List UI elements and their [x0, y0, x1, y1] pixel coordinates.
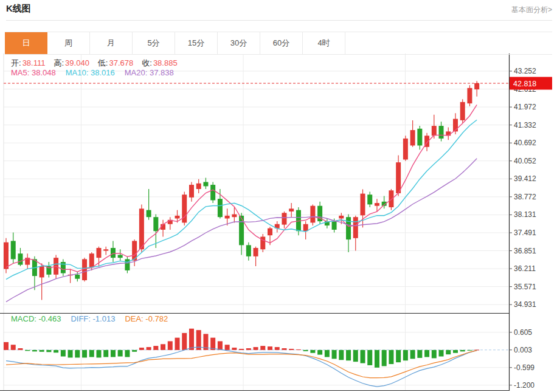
axis-tick-label: 36.851	[514, 247, 536, 255]
candle-body	[4, 242, 9, 269]
tab-30min[interactable]: 30分	[218, 32, 260, 54]
axis-tick-label: 41.972	[514, 103, 536, 111]
close-value: 38.885	[153, 58, 178, 67]
candle-body	[282, 213, 286, 224]
macd-bar	[61, 350, 66, 357]
low-label: 低:	[98, 58, 108, 67]
macd-bar	[353, 350, 358, 362]
macd-bar	[182, 333, 187, 350]
macd-bar	[111, 350, 116, 357]
candle-body	[389, 190, 393, 207]
macd-bar	[361, 350, 365, 363]
axis-tick-label: -0.599	[514, 363, 535, 372]
axis-tick-label: 0.003	[514, 346, 532, 354]
candle-body	[96, 248, 101, 258]
candle-body	[303, 224, 308, 232]
candle-body	[432, 126, 437, 136]
axis-tick-label: 38.131	[514, 210, 536, 219]
tab-4hour[interactable]: 4时	[303, 32, 345, 54]
macd-bar	[118, 350, 123, 357]
macd-bar	[439, 350, 444, 357]
macd-bar	[332, 350, 337, 359]
macd-readout: MACD: -0.463DIFF: -1.013DEA: -0.782	[11, 314, 178, 323]
tab-5min[interactable]: 5分	[133, 32, 175, 54]
candle-body	[339, 216, 344, 219]
macd-bar	[325, 350, 330, 357]
macd-bar	[139, 348, 144, 350]
header-divider	[6, 20, 552, 21]
tab-60min[interactable]: 60分	[260, 32, 303, 54]
macd-bar	[467, 350, 472, 351]
candle-body	[467, 88, 472, 103]
macd-bar	[446, 350, 451, 354]
macd-bar	[89, 350, 94, 357]
macd-bar	[303, 350, 308, 351]
macd-bar	[282, 348, 286, 350]
candle-body	[196, 184, 201, 189]
macd-bar	[389, 350, 393, 364]
macd-bar	[189, 329, 194, 350]
macd-bar	[125, 350, 130, 357]
macd-bar	[310, 350, 315, 353]
price-badge-value: 42.818	[513, 80, 536, 88]
axis-tick-label: 40.052	[514, 157, 536, 165]
macd-bar	[161, 344, 165, 350]
tab-15min[interactable]: 15分	[175, 32, 218, 54]
candle-body	[103, 249, 108, 250]
macd-bar	[54, 350, 58, 352]
ma-readout: MA5: 38.048MA10: 38.016MA20: 37.838	[11, 68, 184, 77]
kline-panel: 43.25242.61241.97241.33240.69240.05239.4…	[0, 0, 557, 392]
macd-bar	[239, 349, 244, 350]
page-title: K线图	[6, 3, 31, 15]
open-label: 开:	[11, 58, 21, 67]
candle-body	[232, 215, 237, 218]
macd-bar	[153, 346, 158, 350]
candle-body	[254, 248, 258, 256]
diff-value: DIFF: -1.013	[71, 314, 115, 323]
candle-body	[11, 241, 16, 259]
axis-tick-label: 43.252	[514, 67, 536, 75]
candle-body	[246, 245, 251, 256]
candle-body	[210, 185, 215, 200]
fundamental-analysis-link[interactable]: 基本面分析>	[511, 5, 552, 15]
candle-body	[367, 194, 372, 204]
axis-tick-label: 38.772	[514, 193, 536, 201]
ohlc-readout: 开:38.111高:39.040低:37.678收:38.885	[11, 58, 186, 69]
axis-tick-label: 34.931	[514, 300, 536, 309]
tab-month[interactable]: 月	[90, 32, 133, 54]
macd-bar	[375, 350, 379, 368]
macd-bar	[4, 342, 9, 350]
candle-body	[153, 217, 158, 231]
macd-bar	[132, 350, 137, 352]
macd-bar	[82, 350, 87, 358]
macd-bar	[424, 350, 429, 357]
macd-bar	[75, 350, 80, 358]
tab-week[interactable]: 周	[47, 32, 90, 54]
macd-bar	[382, 350, 387, 366]
macd-bar	[410, 350, 415, 359]
tab-day[interactable]: 日	[5, 32, 47, 54]
candle-body	[75, 275, 80, 279]
macd-bar	[460, 350, 465, 351]
macd-bar	[275, 347, 280, 350]
low-value: 37.678	[109, 58, 133, 67]
macd-bar	[417, 350, 422, 358]
axis-tick-label: -1.200	[514, 381, 535, 390]
macd-bar	[18, 348, 22, 350]
macd-bar	[246, 348, 251, 350]
axis-tick-label: 39.412	[514, 174, 536, 183]
macd-bar	[254, 347, 258, 350]
macd-bar	[218, 341, 223, 349]
macd-bar	[432, 350, 437, 358]
axis-tick-label: 36.211	[514, 264, 536, 273]
macd-bar	[367, 350, 372, 365]
macd-histogram	[4, 329, 479, 368]
macd-bar	[168, 341, 173, 349]
candle-body	[353, 217, 358, 238]
ma20-readout: MA20: 37.838	[125, 68, 174, 77]
axis-tick-label: 0.605	[514, 328, 532, 337]
candle-body	[203, 182, 208, 186]
macd-value: MACD: -0.463	[11, 314, 61, 323]
macd-bar	[46, 350, 51, 352]
macd-bar	[396, 350, 401, 362]
